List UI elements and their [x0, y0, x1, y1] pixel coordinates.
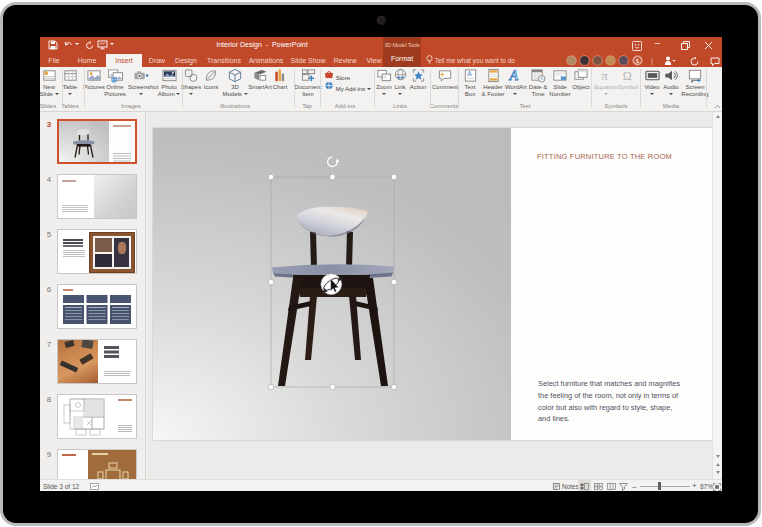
svg-text:#: #	[562, 76, 564, 80]
svg-text:Ω: Ω	[623, 69, 632, 83]
svg-text:A: A	[467, 70, 472, 77]
svg-text:π: π	[601, 68, 608, 83]
svg-text:A: A	[508, 68, 518, 83]
